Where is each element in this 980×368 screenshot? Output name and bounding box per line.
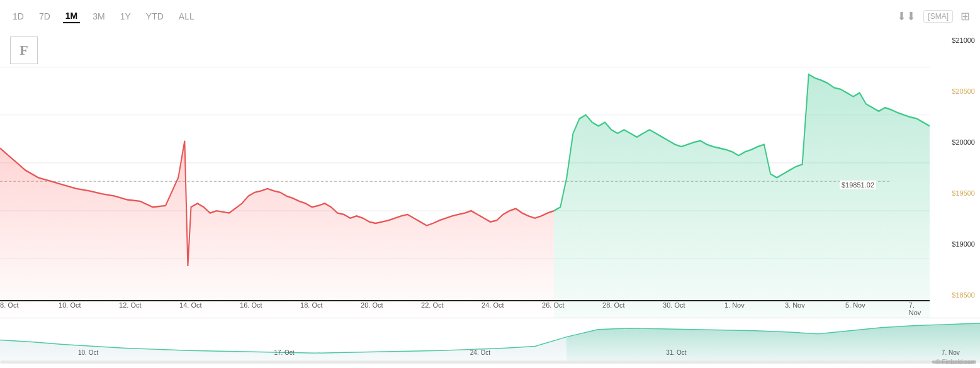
x-label-16oct: 16. Oct bbox=[240, 301, 262, 309]
main-chart-area: F $19851.02 bbox=[0, 30, 980, 318]
mini-x-label-31oct: 31. Oct bbox=[666, 349, 686, 356]
mini-x-label-24oct: 24. Oct bbox=[470, 349, 490, 356]
x-label-28oct: 28. Oct bbox=[602, 301, 624, 309]
x-label-30oct: 30. Oct bbox=[663, 301, 685, 309]
finbold-credit: © Finbold.com bbox=[935, 359, 976, 365]
toolbar-right: ⬇︎⬇︎ [SMA] ⊞ bbox=[897, 9, 970, 23]
chart-container: 1D 7D 1M 3M 1Y YTD ALL ⬇︎⬇︎ [SMA] ⊞ F $1… bbox=[0, 0, 980, 368]
x-label-10oct: 10. Oct bbox=[59, 301, 81, 309]
tab-3m[interactable]: 3M bbox=[90, 10, 107, 23]
x-label-18oct: 18. Oct bbox=[300, 301, 322, 309]
sma-button[interactable]: [SMA] bbox=[923, 10, 953, 23]
y-label-20000: $20000 bbox=[952, 138, 975, 146]
y-label-21000: $21000 bbox=[952, 36, 975, 44]
current-price-label: $19851.02 bbox=[840, 181, 876, 189]
bar-chart-icon[interactable]: ⊞ bbox=[960, 9, 970, 23]
toolbar: 1D 7D 1M 3M 1Y YTD ALL ⬇︎⬇︎ [SMA] ⊞ bbox=[0, 0, 980, 30]
x-label-24oct: 24. Oct bbox=[482, 301, 504, 309]
chart-svg-wrapper: F $19851.02 bbox=[0, 30, 930, 318]
x-label-14oct: 14. Oct bbox=[179, 301, 201, 309]
x-label-8oct: 8. Oct bbox=[0, 301, 18, 309]
y-label-18500: $18500 bbox=[952, 291, 975, 299]
x-label-22oct: 22. Oct bbox=[421, 301, 443, 309]
tab-all[interactable]: ALL bbox=[176, 10, 197, 23]
tab-7d[interactable]: 7D bbox=[37, 10, 53, 23]
indicator-icon[interactable]: ⬇︎⬇︎ bbox=[897, 9, 916, 23]
y-label-19000: $19000 bbox=[952, 240, 975, 248]
mini-x-label-17oct: 17. Oct bbox=[274, 349, 294, 356]
time-tabs: 1D 7D 1M 3M 1Y YTD ALL bbox=[10, 9, 197, 23]
y-axis: $21000 $20500 $20000 $19500 $19000 $1850… bbox=[930, 30, 980, 318]
tab-1d[interactable]: 1D bbox=[10, 10, 26, 23]
y-label-19500: $19500 bbox=[952, 189, 975, 197]
x-label-26oct: 26. Oct bbox=[542, 301, 564, 309]
x-label-3nov: 3. Nov bbox=[785, 301, 805, 309]
tab-1y[interactable]: 1Y bbox=[118, 10, 133, 23]
y-label-20500: $20500 bbox=[952, 87, 975, 95]
finbold-logo: F bbox=[10, 36, 38, 64]
mini-x-label-10oct: 10. Oct bbox=[78, 349, 98, 356]
x-label-7nov: 7. Nov bbox=[909, 301, 923, 316]
x-label-12oct: 12. Oct bbox=[119, 301, 141, 309]
mini-chart-area: 10. Oct 17. Oct 24. Oct 31. Oct 7. Nov ©… bbox=[0, 318, 980, 368]
main-chart-svg bbox=[0, 30, 930, 318]
x-label-20oct: 20. Oct bbox=[361, 301, 383, 309]
tab-ytd[interactable]: YTD bbox=[144, 10, 166, 23]
tab-1m[interactable]: 1M bbox=[63, 9, 80, 23]
svg-rect-7 bbox=[0, 360, 932, 364]
x-label-1nov: 1. Nov bbox=[724, 301, 745, 309]
mini-chart-svg bbox=[0, 318, 980, 368]
x-label-5nov: 5. Nov bbox=[845, 301, 865, 309]
mini-x-label-7nov: 7. Nov bbox=[942, 349, 960, 356]
